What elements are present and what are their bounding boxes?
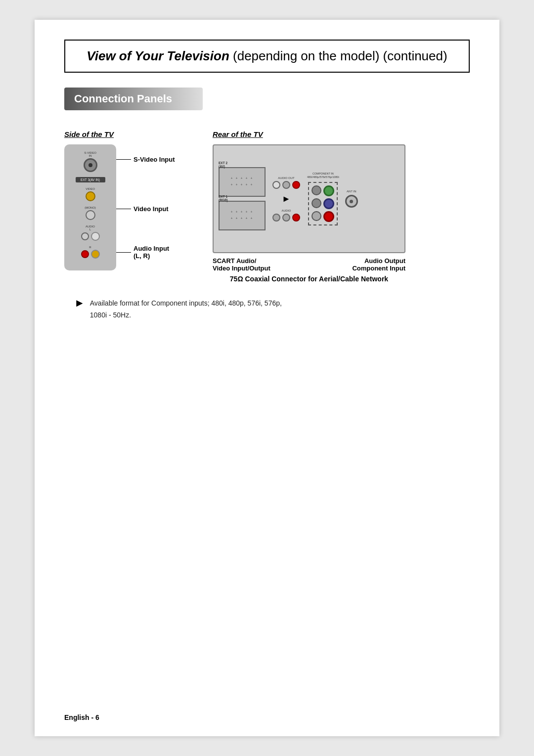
ant-col: ANT IN [345, 190, 358, 208]
audio-out-ports [272, 181, 300, 189]
audio-l-port2 [91, 232, 100, 241]
side-panel-label: Side of the TV [64, 130, 193, 138]
component-input-label: Component Input [352, 265, 405, 272]
video-io-label: Video Input/Output [213, 265, 270, 272]
component-dashed-box [308, 182, 338, 225]
svideo-callout-label: S-Video Input [131, 156, 175, 163]
comp-port-green [323, 185, 334, 196]
audio-r-connector: R [69, 246, 111, 259]
audio-callout-label: Audio Input [134, 245, 169, 252]
tv-side-body: S-VIDEOIN EXT 3(AV IN) VIDEO (MO [64, 144, 116, 270]
audio-out-white [272, 181, 280, 189]
comp-port-red [323, 211, 334, 222]
scart-ports: EXT 2(AV) + + + + ++ + + + + EXT 1(RGB) … [219, 167, 266, 230]
right-arrow: ► [272, 194, 300, 204]
video-port [86, 191, 95, 201]
ext1-pins: + + + + ++ + + + + [230, 209, 253, 222]
ant-port [345, 195, 358, 208]
audio-out-red [292, 181, 300, 189]
arrow-icon: ► [74, 297, 85, 310]
ext1-port-wrapper: EXT 1(RGB) + + + + ++ + + + + [219, 201, 266, 230]
ext1-label: EXT 1(RGB) [219, 195, 228, 202]
footer-text: English - 6 [64, 713, 99, 721]
audio-callout-lr: (L, R) [134, 252, 169, 260]
video-callout-label: Video Input [131, 205, 169, 213]
audio-in-left [272, 214, 280, 222]
left-labels: SCART Audio/ Video Input/Output [213, 257, 270, 272]
ext1-scart: + + + + ++ + + + + [219, 201, 266, 230]
svideo-label: S-VIDEOIN [84, 151, 96, 157]
audio-r-port2 [91, 250, 100, 259]
comp-port-blue [323, 198, 334, 209]
svideo-inner [89, 163, 92, 167]
audio-out-group: AUDIO OUT [272, 177, 300, 189]
middle-rca-col: AUDIO OUT ► AUDIO [268, 177, 304, 222]
header-box: View of Your Television (depending on th… [64, 40, 470, 73]
rear-tv-box: EXT 2(AV) + + + + ++ + + + + EXT 1(RGB) … [213, 144, 405, 253]
ext3-badge: EXT 3(AV IN) [76, 177, 105, 182]
mono-label: (MONO) [85, 206, 96, 209]
ant-label: ANT IN [347, 190, 356, 193]
component-ports-bot [312, 211, 334, 222]
ext2-pins: + + + + ++ + + + + [230, 176, 253, 188]
coax-label: 75Ω Coaxial Connector for Aerial/Cable N… [213, 275, 405, 283]
audio-callout: Audio Input (L, R) [116, 242, 175, 262]
audio-in-mid [282, 214, 290, 222]
video-callout: Video Input [116, 199, 175, 219]
component-col: COMPONENT IN480i/480p/576i/576p/1080i [307, 172, 339, 225]
ext2-scart: + + + + ++ + + + + [219, 167, 266, 197]
right-labels: Audio Output Component Input [352, 257, 405, 272]
spacer2 [116, 219, 175, 242]
component-ports-mid [312, 198, 334, 209]
side-tv-section: Side of the TV S-VIDEOIN EXT 3(AV IN) [64, 130, 193, 283]
comp-port-1 [312, 185, 321, 195]
svideo-callout-line [116, 159, 131, 160]
audio-in-label: AUDIO [272, 209, 300, 212]
page: View of Your Television (depending on th… [35, 20, 499, 736]
side-tv-diagram: S-VIDEOIN EXT 3(AV IN) VIDEO (MO [64, 144, 193, 270]
comp-port-2 [312, 198, 321, 208]
video-callout-line [116, 209, 131, 209]
component-in-label: COMPONENT IN480i/480p/576i/576p/1080i [307, 172, 339, 179]
audio-out-mid [282, 181, 290, 189]
section-header: Connection Panels [64, 88, 203, 110]
scart-label-text: SCART Audio/ [213, 257, 270, 265]
note-section: ► Available format for Component inputs;… [74, 298, 470, 321]
video-connector: VIDEO [69, 187, 111, 201]
rear-labels: SCART Audio/ Video Input/Output Audio Ou… [213, 257, 405, 272]
spacer1 [116, 172, 175, 199]
comp-port-3 [312, 211, 321, 221]
rear-panel-label: Rear of the TV [213, 130, 470, 138]
svideo-callout: S-Video Input [116, 147, 175, 172]
audio-callout-line [116, 252, 131, 253]
ant-inner [350, 200, 353, 203]
ext2-port-wrapper: EXT 2(AV) + + + + ++ + + + + [219, 167, 266, 197]
audio-l-port [81, 232, 89, 240]
audio-in-red [292, 214, 300, 222]
note-text: Available format for Component inputs; 4… [90, 298, 282, 321]
audio-l-connector: AUDIOL [69, 225, 111, 241]
side-callouts: S-Video Input Video Input [116, 144, 175, 262]
audio-r-label: R [89, 246, 91, 249]
rear-tv-section: Rear of the TV EXT 2(AV) + + + + ++ + + … [213, 130, 470, 283]
audio-output-label: Audio Output [352, 257, 405, 265]
mono-connector: (MONO) [69, 206, 111, 220]
audio-out-label: AUDIO OUT [272, 177, 300, 179]
svideo-connector: S-VIDEOIN [69, 151, 111, 172]
audio-r-port [81, 250, 89, 258]
audio-l-label: AUDIOL [86, 225, 95, 231]
mono-port [86, 210, 95, 220]
page-title: View of Your Television (depending on th… [80, 48, 454, 64]
component-ports-top [312, 185, 334, 196]
ext2-label: EXT 2(AV) [219, 161, 227, 168]
audio-in-ports [272, 214, 300, 222]
audio-in-group: AUDIO [272, 209, 300, 222]
svideo-port [84, 158, 97, 172]
video-label: VIDEO [86, 187, 95, 190]
